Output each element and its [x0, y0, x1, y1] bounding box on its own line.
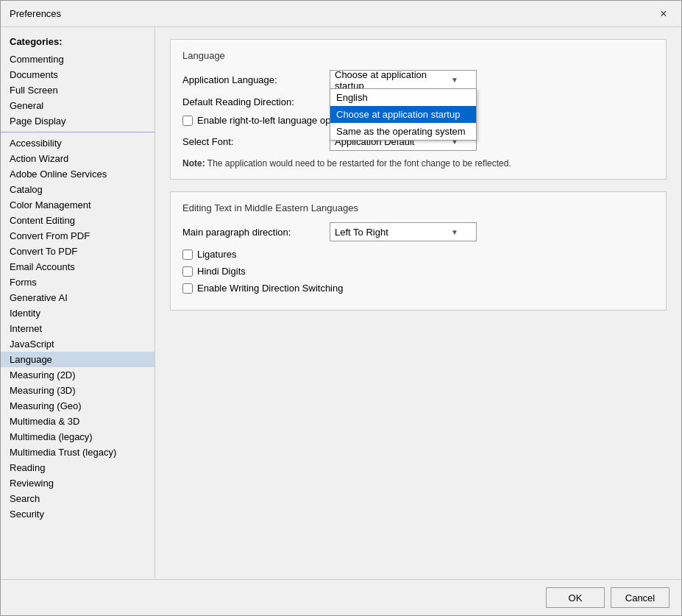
- sidebar-item-security[interactable]: Security: [1, 506, 154, 522]
- sidebar-item-convert-to-pdf[interactable]: Convert To PDF: [1, 244, 154, 259]
- sidebar-item-general[interactable]: General: [1, 98, 154, 113]
- app-language-dropdown[interactable]: Choose at application startup ▼: [330, 70, 477, 89]
- sidebar-item-internet[interactable]: Internet: [1, 321, 154, 336]
- sidebar-item-adobe-online[interactable]: Adobe Online Services: [1, 166, 154, 182]
- hindi-digits-checkbox[interactable]: [182, 266, 193, 277]
- sidebar-item-multimedia-legacy[interactable]: Multimedia (legacy): [1, 429, 154, 445]
- paragraph-dir-chevron-icon: ▼: [451, 228, 458, 236]
- ok-button[interactable]: OK: [546, 587, 605, 608]
- close-button[interactable]: ×: [655, 5, 672, 23]
- writing-direction-checkbox[interactable]: [182, 283, 193, 294]
- sidebar-item-documents[interactable]: Documents: [1, 67, 154, 82]
- sidebar-item-full-screen[interactable]: Full Screen: [1, 82, 154, 98]
- writing-direction-row: Enable Writing Direction Switching: [182, 283, 654, 294]
- sidebar-item-language[interactable]: Language: [1, 352, 154, 367]
- hindi-digits-row: Hindi Digits: [182, 266, 654, 277]
- writing-direction-label: Enable Writing Direction Switching: [197, 283, 343, 294]
- sidebar-item-forms[interactable]: Forms: [1, 275, 154, 290]
- sidebar-item-page-display[interactable]: Page Display: [1, 113, 154, 129]
- app-language-label: Application Language:: [182, 74, 330, 85]
- sidebar-item-multimedia-3d[interactable]: Multimedia & 3D: [1, 414, 154, 429]
- sidebar: Categories: CommentingDocumentsFull Scre…: [1, 27, 155, 579]
- sidebar-group-2: AccessibilityAction WizardAdobe Online S…: [1, 135, 154, 522]
- sidebar-item-content-editing[interactable]: Content Editing: [1, 213, 154, 228]
- main-paragraph-dir-wrapper: Left To Right ▼: [330, 222, 477, 241]
- language-section-title: Language: [182, 50, 654, 61]
- sidebar-item-accessibility[interactable]: Accessibility: [1, 135, 154, 151]
- sidebar-item-catalog[interactable]: Catalog: [1, 182, 154, 197]
- dropdown-item-english[interactable]: English: [330, 89, 476, 106]
- dialog-title: Preferences: [10, 8, 61, 19]
- ligatures-label: Ligatures: [197, 249, 236, 260]
- editing-section: Editing Text in Middle Eastern Languages…: [170, 191, 667, 311]
- sidebar-item-reading[interactable]: Reading: [1, 460, 154, 475]
- app-language-value: Choose at application startup: [335, 69, 451, 91]
- title-bar: Preferences ×: [1, 1, 681, 27]
- main-paragraph-dir-value: Left To Right: [335, 227, 388, 238]
- sidebar-item-javascript[interactable]: JavaScript: [1, 336, 154, 352]
- main-paragraph-dir-dropdown[interactable]: Left To Right ▼: [330, 222, 477, 241]
- sidebar-item-action-wizard[interactable]: Action Wizard: [1, 151, 154, 166]
- language-section: Language Application Language: Choose at…: [170, 39, 667, 180]
- hindi-digits-label: Hindi Digits: [197, 266, 246, 277]
- sidebar-item-email-accounts[interactable]: Email Accounts: [1, 259, 154, 275]
- enable-rtl-checkbox[interactable]: [182, 116, 193, 126]
- sidebar-item-convert-from-pdf[interactable]: Convert From PDF: [1, 228, 154, 244]
- categories-label: Categories:: [1, 33, 154, 52]
- app-language-row: Application Language: Choose at applicat…: [182, 70, 654, 89]
- select-font-label: Select Font:: [182, 136, 330, 147]
- preferences-dialog: Preferences × Categories: CommentingDocu…: [0, 0, 682, 616]
- editing-section-title: Editing Text in Middle Eastern Languages: [182, 202, 654, 213]
- ligatures-row: Ligatures: [182, 249, 654, 260]
- sidebar-item-measuring-2d[interactable]: Measuring (2D): [1, 367, 154, 383]
- dialog-footer: OK Cancel: [1, 579, 681, 615]
- main-paragraph-dir-label: Main paragraph direction:: [182, 227, 330, 238]
- font-note: Note: The application would need to be r…: [182, 158, 654, 169]
- dropdown-item-choose-at-application-startup[interactable]: Choose at application startup: [330, 106, 476, 123]
- dropdown-chevron-icon: ▼: [451, 76, 458, 84]
- sidebar-group-1: CommentingDocumentsFull ScreenGeneralPag…: [1, 52, 154, 132]
- sidebar-item-color-management[interactable]: Color Management: [1, 197, 154, 213]
- sidebar-item-search[interactable]: Search: [1, 491, 154, 506]
- sidebar-item-multimedia-trust[interactable]: Multimedia Trust (legacy): [1, 445, 154, 460]
- app-language-dropdown-list: EnglishChoose at application startupSame…: [330, 88, 477, 141]
- note-text-content: The application would need to be restart…: [207, 158, 511, 169]
- dialog-body: Categories: CommentingDocumentsFull Scre…: [1, 27, 681, 579]
- enable-rtl-label: Enable right-to-left language options: [197, 115, 351, 126]
- sidebar-item-measuring-3d[interactable]: Measuring (3D): [1, 383, 154, 398]
- sidebar-item-measuring-geo[interactable]: Measuring (Geo): [1, 398, 154, 414]
- sidebar-item-commenting[interactable]: Commenting: [1, 52, 154, 67]
- app-language-dropdown-wrapper: Choose at application startup ▼ EnglishC…: [330, 70, 477, 89]
- content-area: Language Application Language: Choose at…: [155, 27, 681, 579]
- sidebar-item-reviewing[interactable]: Reviewing: [1, 475, 154, 491]
- dropdown-item-same-as-the-operating-system[interactable]: Same as the operating system: [330, 123, 476, 140]
- cancel-button[interactable]: Cancel: [611, 587, 669, 608]
- sidebar-item-identity[interactable]: Identity: [1, 305, 154, 321]
- main-paragraph-dir-row: Main paragraph direction: Left To Right …: [182, 222, 654, 241]
- ligatures-checkbox[interactable]: [182, 249, 193, 260]
- sidebar-item-generative-ai[interactable]: Generative AI: [1, 290, 154, 305]
- default-reading-dir-label: Default Reading Direction:: [182, 96, 330, 107]
